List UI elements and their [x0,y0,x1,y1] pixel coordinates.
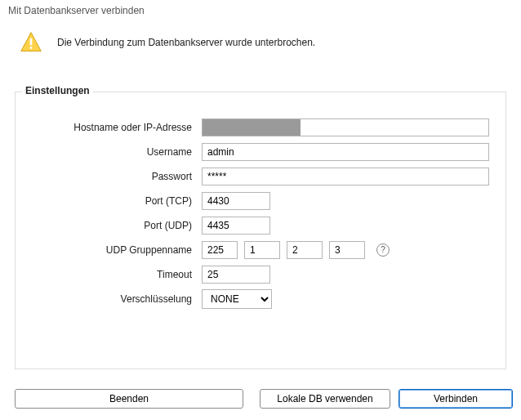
encryption-select[interactable]: NONE [202,289,272,309]
label-timeout: Timeout [16,269,202,280]
timeout-field[interactable] [202,266,270,284]
port-udp-field[interactable] [202,217,270,235]
udp-group-field-3[interactable] [287,241,323,259]
window-title: Mit Datenbankserver verbinden [8,5,145,16]
udp-group-field-4[interactable] [329,241,365,259]
message-row: Die Verbindung zum Datenbankserver wurde… [20,31,315,54]
username-field[interactable] [202,143,489,161]
udp-group-field-1[interactable] [202,241,238,259]
connect-button[interactable]: Verbinden [399,389,513,409]
button-row: Beenden Lokale DB verwenden Verbinden [15,389,506,409]
label-udp-group: UDP Gruppenname [16,244,202,256]
dialog-window: Mit Datenbankserver verbinden Die Verbin… [0,0,521,420]
label-port-udp: Port (UDP) [16,220,202,231]
label-username: Username [16,146,202,158]
quit-button[interactable]: Beenden [15,389,243,409]
settings-form: Hostname oder IP-Adresse Username Passwo… [16,115,505,311]
svg-rect-1 [30,38,33,46]
hostname-field[interactable] [202,118,489,136]
password-field[interactable] [202,168,489,185]
label-hostname: Hostname oder IP-Adresse [16,122,202,133]
label-password: Passwort [16,171,202,182]
use-local-db-button[interactable]: Lokale DB verwenden [260,389,390,409]
settings-groupbox: Einstellungen Hostname oder IP-Adresse U… [15,92,506,369]
warning-icon [20,31,42,54]
help-icon[interactable]: ? [376,244,390,257]
udp-group-field-2[interactable] [244,241,280,259]
label-encryption: Verschlüsselung [16,293,202,305]
port-tcp-field[interactable] [202,192,270,210]
settings-legend: Einstellungen [22,85,93,96]
svg-point-2 [30,47,33,49]
label-port-tcp: Port (TCP) [16,195,202,207]
status-message: Die Verbindung zum Datenbankserver wurde… [57,37,315,48]
